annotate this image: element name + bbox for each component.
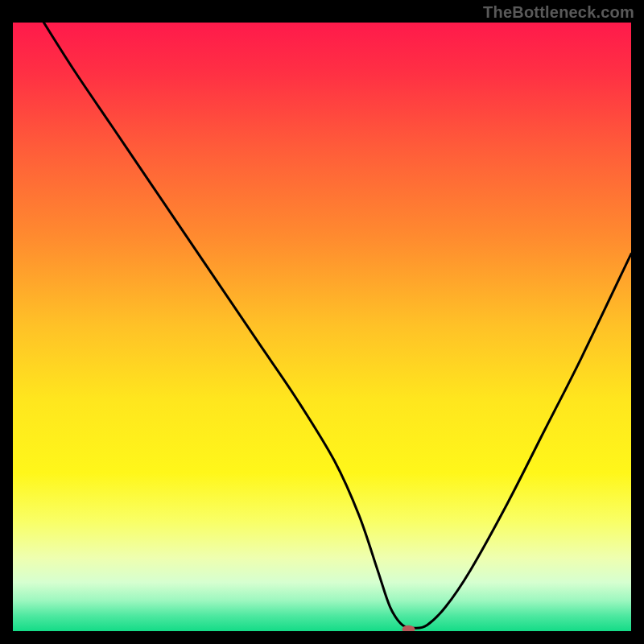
watermark-text: TheBottleneck.com <box>483 3 634 22</box>
bottleneck-chart <box>13 23 631 631</box>
chart-svg <box>13 23 631 631</box>
gradient-background <box>13 23 631 631</box>
